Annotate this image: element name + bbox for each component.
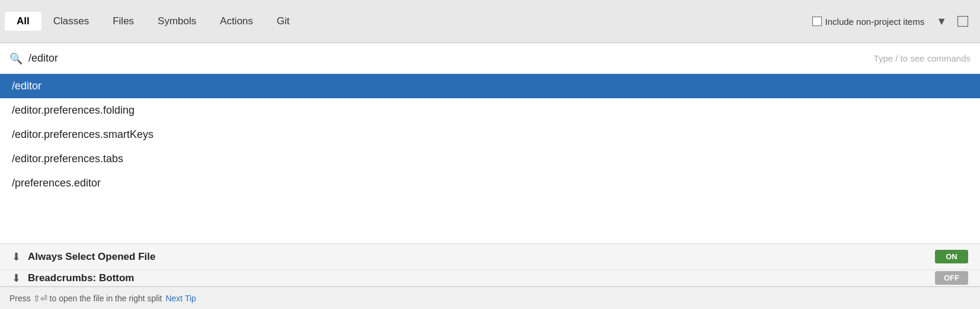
settings-row-label-0: Always Select Opened File (28, 251, 935, 263)
settings-area: ⬇ Always Select Opened File ON ⬇ Breadcr… (0, 243, 980, 287)
status-bar: Press ⇧⏎ to open the file in the right s… (0, 287, 980, 309)
tab-git[interactable]: Git (265, 12, 302, 31)
non-project-checkbox[interactable] (812, 17, 822, 26)
next-tip-button[interactable]: Next Tip (165, 294, 196, 303)
toggle-on-0[interactable]: ON (935, 250, 968, 263)
non-project-area: Include non-project items ▼ (812, 15, 968, 28)
main-container: All Classes Files Symbols Actions Git In… (0, 0, 980, 309)
search-hint: Type / to see commands (874, 53, 971, 63)
search-bar: 🔍 /editor Type / to see commands (0, 43, 980, 74)
results-list: /editor /editor.preferences.folding /edi… (0, 74, 980, 243)
settings-row-0: ⬇ Always Select Opened File ON (0, 244, 980, 270)
non-project-checkbox-container[interactable]: Include non-project items (812, 17, 925, 27)
filter-icon[interactable]: ▼ (936, 15, 947, 28)
result-item-1[interactable]: /editor.preferences.folding (0, 98, 980, 123)
result-item-4[interactable]: /preferences.editor (0, 171, 980, 195)
settings-row-icon-1: ⬇ (12, 272, 21, 285)
tab-classes[interactable]: Classes (41, 12, 101, 31)
result-item-2[interactable]: /editor.preferences.smartKeys (0, 123, 980, 147)
settings-row-1: ⬇ Breadcrumbs: Bottom OFF (0, 270, 980, 287)
tab-actions[interactable]: Actions (208, 12, 265, 31)
tab-bar: All Classes Files Symbols Actions Git In… (0, 0, 980, 43)
result-item-0[interactable]: /editor (0, 74, 980, 98)
keyboard-hint: Press ⇧⏎ to open the file in the right s… (9, 294, 162, 303)
non-project-label: Include non-project items (825, 17, 925, 27)
window-icon[interactable] (957, 16, 968, 27)
search-input[interactable]: /editor (28, 52, 874, 65)
tab-files[interactable]: Files (101, 12, 146, 31)
result-item-3[interactable]: /editor.preferences.tabs (0, 147, 980, 171)
toggle-off-1[interactable]: OFF (935, 271, 968, 285)
search-icon: 🔍 (9, 52, 23, 65)
settings-row-icon-0: ⬇ (12, 250, 21, 263)
tab-all[interactable]: All (5, 12, 41, 31)
tab-symbols[interactable]: Symbols (146, 12, 208, 31)
settings-row-label-1: Breadcrumbs: Bottom (28, 272, 935, 284)
